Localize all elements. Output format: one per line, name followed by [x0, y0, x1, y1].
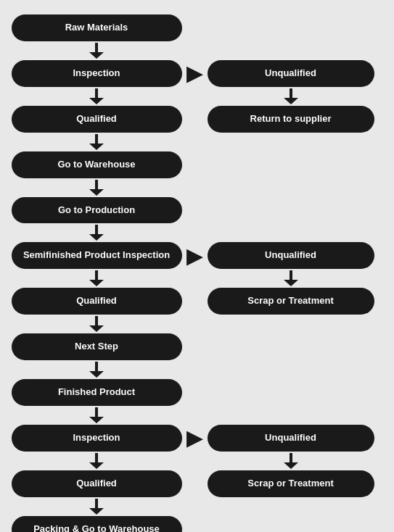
qualified1-node: Qualified: [6, 106, 187, 133]
svg-marker-27: [89, 508, 104, 515]
svg-marker-25: [284, 462, 298, 469]
return-supplier-label: Return to supplier: [208, 106, 374, 133]
packing-label: Packing & Go to Warehouse: [12, 516, 182, 532]
svg-rect-0: [95, 43, 98, 53]
unqualified1-label: Unqualified: [208, 60, 374, 87]
scrap2-node: Scrap or Treatment: [202, 470, 379, 497]
semifinished-node: Semifinished Product Inspection: [6, 242, 187, 269]
svg-marker-11: [89, 234, 104, 241]
svg-marker-1: [89, 52, 104, 59]
arrow-after-warehouse: [6, 178, 187, 197]
unqualified1-node: Unqualified: [202, 60, 379, 87]
arrow-after-qualified3: [6, 497, 187, 516]
go-to-warehouse-node: Go to Warehouse: [6, 151, 187, 178]
arrow-after-qualified1: [6, 133, 187, 151]
unqualified2-node: Unqualified: [202, 242, 379, 269]
scrap2-label: Scrap or Treatment: [208, 470, 374, 497]
arrow-after-unqualified2: [202, 269, 379, 288]
svg-rect-24: [290, 453, 292, 463]
svg-rect-18: [95, 362, 98, 372]
finished-product-label: Finished Product: [12, 379, 182, 406]
qualified3-node: Qualified: [6, 470, 187, 497]
svg-marker-13: [89, 280, 104, 286]
packing-node: Packing & Go to Warehouse: [6, 516, 187, 532]
svg-marker-7: [89, 144, 104, 150]
svg-rect-14: [290, 270, 292, 280]
svg-marker-21: [89, 417, 104, 423]
arrow-after-next-step: [6, 360, 187, 379]
go-to-production-node: Go to Production: [6, 197, 187, 224]
semifinished-label: Semifinished Product Inspection: [12, 242, 182, 269]
finished-product-node: Finished Product: [6, 379, 187, 406]
svg-marker-17: [89, 325, 104, 332]
svg-rect-20: [95, 407, 98, 417]
raw-materials-node: Raw Materials: [6, 14, 187, 41]
svg-marker-19: [89, 371, 104, 378]
arrow-after-inspection2: [6, 452, 187, 470]
qualified3-label: Qualified: [12, 470, 182, 497]
arrow-to-unqualified1: ▶: [187, 62, 202, 84]
unqualified3-label: Unqualified: [208, 425, 374, 452]
svg-marker-15: [284, 280, 298, 286]
svg-rect-6: [95, 134, 98, 144]
qualified1-label: Qualified: [12, 106, 182, 133]
svg-rect-2: [95, 88, 98, 99]
arrow-after-finished: [6, 406, 187, 425]
inspection2-label: Inspection: [12, 425, 182, 452]
svg-rect-4: [290, 88, 292, 99]
inspection1-node: Inspection: [6, 60, 187, 87]
svg-marker-23: [89, 462, 104, 469]
svg-rect-22: [95, 453, 98, 463]
svg-rect-16: [95, 316, 98, 326]
svg-rect-26: [95, 499, 98, 509]
arrow-after-unqualified1: [202, 87, 379, 106]
scrap1-node: Scrap or Treatment: [202, 288, 379, 315]
inspection1-label: Inspection: [12, 60, 182, 87]
next-step-node: Next Step: [6, 333, 187, 360]
inspection2-node: Inspection: [6, 425, 187, 452]
svg-rect-8: [95, 180, 98, 190]
arrow-to-unqualified2: ▶: [187, 245, 202, 267]
arrow-to-unqualified3: ▶: [187, 427, 202, 449]
arrow-after-production: [6, 223, 187, 242]
go-to-warehouse-label: Go to Warehouse: [12, 151, 182, 178]
arrow-after-semifinished: [6, 269, 187, 288]
svg-marker-9: [89, 189, 104, 196]
svg-rect-10: [95, 225, 98, 235]
raw-materials-label: Raw Materials: [12, 14, 182, 41]
svg-marker-5: [284, 98, 298, 104]
arrow-after-unqualified3: [202, 452, 379, 470]
go-to-production-label: Go to Production: [12, 197, 182, 224]
return-supplier-node: Return to supplier: [202, 106, 379, 133]
unqualified3-node: Unqualified: [202, 425, 379, 452]
unqualified2-label: Unqualified: [208, 242, 374, 269]
scrap1-label: Scrap or Treatment: [208, 288, 374, 315]
arrow-after-qualified2: [6, 315, 187, 333]
arrow-after-raw: [6, 41, 187, 60]
qualified2-node: Qualified: [6, 288, 187, 315]
qualified2-label: Qualified: [12, 288, 182, 315]
svg-marker-3: [89, 98, 104, 104]
next-step-label: Next Step: [12, 333, 182, 360]
arrow-after-inspection1: [6, 87, 187, 106]
svg-rect-12: [95, 270, 98, 280]
